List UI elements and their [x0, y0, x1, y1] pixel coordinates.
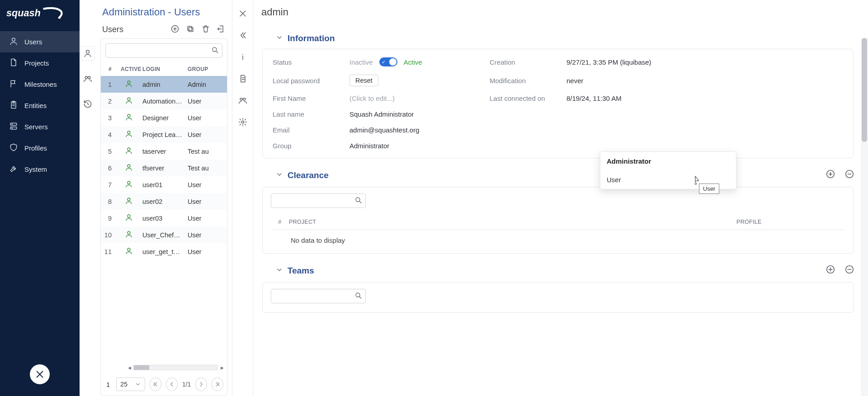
close-admin-button[interactable]	[30, 364, 50, 384]
svg-rect-12	[189, 28, 193, 32]
localpw-label: Local password	[273, 77, 345, 85]
export-users-icon[interactable]	[217, 24, 226, 35]
file-icon	[9, 58, 18, 68]
nav-servers[interactable]: Servers	[0, 116, 80, 137]
close-detail-icon[interactable]	[236, 7, 249, 20]
scroll-right-icon[interactable]: ▸	[219, 364, 225, 371]
pager-first[interactable]	[150, 377, 161, 391]
table-row[interactable]: 4Project LeaderUser	[101, 126, 227, 143]
group-option-admin[interactable]: Administrator	[600, 152, 736, 170]
lastconn-label: Last connected on	[490, 94, 562, 102]
row-login: tfserver	[140, 160, 185, 176]
detail-title: admin	[261, 0, 854, 25]
nav-label: Users	[24, 38, 42, 46]
svg-point-1	[12, 38, 15, 41]
firstname-field[interactable]: (Click to edit...)	[349, 94, 485, 102]
row-login: User_Chefde...	[140, 226, 185, 243]
table-row[interactable]: 10User_Chefde...User	[101, 226, 227, 243]
detail-v-scrollbar[interactable]	[861, 38, 868, 396]
reset-password-button[interactable]: Reset	[349, 75, 378, 86]
add-team-icon[interactable]	[826, 264, 835, 277]
col-group[interactable]: GROUP	[185, 62, 227, 76]
tab-docs-icon[interactable]	[236, 72, 249, 85]
row-num: 6	[101, 160, 118, 176]
group-label: Group	[273, 142, 345, 150]
lastname-field[interactable]: Squash Administrator	[349, 110, 485, 118]
table-h-scrollbar[interactable]: ◂ ▸	[101, 364, 227, 371]
clearance-col-profile[interactable]: PROFILE	[736, 219, 845, 225]
col-active[interactable]: ACTIVE	[118, 62, 140, 76]
pager-last[interactable]	[212, 377, 223, 391]
users-list-panel: Administration - Users Users # ACTIVE LO…	[96, 0, 232, 396]
app-logo: squash	[0, 0, 80, 25]
collapse-detail-icon[interactable]	[236, 29, 249, 42]
nav-system[interactable]: System	[0, 159, 80, 180]
nav-label: Servers	[24, 123, 48, 131]
svg-point-9	[85, 76, 87, 79]
group-field[interactable]: Administrator	[349, 142, 485, 150]
collapse-clearance-icon[interactable]	[276, 170, 283, 180]
page-size-select[interactable]: 25	[116, 377, 145, 391]
table-row[interactable]: 5taserverTest au	[101, 143, 227, 160]
remove-team-icon[interactable]	[844, 264, 854, 277]
table-row[interactable]: 11user_get_tok...User	[101, 243, 227, 260]
nav-milestones[interactable]: Milestones	[0, 74, 80, 95]
rail-teams-tab[interactable]	[80, 71, 95, 86]
copy-users-icon[interactable]	[186, 24, 195, 35]
pager-next[interactable]	[195, 377, 207, 391]
tab-teams-icon[interactable]	[236, 94, 249, 107]
add-user-icon[interactable]	[170, 24, 179, 35]
row-login: Designer	[140, 109, 185, 126]
active-status-icon	[125, 199, 133, 206]
pager-label: 1/1	[182, 381, 191, 388]
remove-clearance-icon[interactable]	[844, 169, 854, 181]
table-row[interactable]: 8user02User	[101, 193, 227, 210]
clearance-col-num[interactable]: #	[271, 219, 289, 225]
status-label: Status	[273, 58, 345, 66]
active-status-icon	[125, 216, 133, 223]
nav-profiles[interactable]: Profiles	[0, 137, 80, 159]
collapse-info-icon[interactable]	[276, 33, 283, 43]
active-status-icon	[125, 182, 133, 189]
collapse-teams-icon[interactable]	[276, 266, 283, 276]
rail-users-tab[interactable]	[80, 46, 95, 61]
nav-entities[interactable]: Entities	[0, 95, 80, 116]
teams-search-input[interactable]	[271, 289, 366, 303]
tab-info-icon[interactable]	[236, 51, 249, 63]
user-search-input[interactable]	[105, 43, 222, 58]
server-icon	[9, 122, 18, 132]
delete-user-icon[interactable]	[201, 24, 210, 35]
table-row[interactable]: 1adminAdmin	[101, 76, 227, 93]
scroll-left-icon[interactable]: ◂	[126, 364, 132, 371]
svg-point-25	[127, 248, 130, 251]
row-group: Admin	[185, 76, 227, 93]
pager-prev[interactable]	[166, 377, 178, 391]
table-row[interactable]: 6tfserverTest au	[101, 160, 227, 176]
svg-point-32	[356, 198, 360, 202]
clearance-col-project[interactable]: PROJECT	[289, 219, 736, 225]
table-row[interactable]: 9user03User	[101, 210, 227, 226]
clearance-search-input[interactable]	[271, 193, 366, 208]
detail-rail	[232, 0, 253, 396]
rail-history-tab[interactable]	[80, 97, 95, 111]
table-row[interactable]: 2Automation ...User	[101, 93, 227, 109]
tab-settings-icon[interactable]	[236, 116, 249, 128]
nav-users[interactable]: Users	[0, 31, 80, 52]
table-row[interactable]: 7user01User	[101, 176, 227, 193]
row-group: User	[185, 109, 227, 126]
email-field[interactable]: admin@squashtest.org	[349, 126, 485, 134]
active-status-icon	[125, 232, 133, 240]
cursor-icon	[693, 175, 701, 187]
sort-asc-icon	[318, 219, 323, 225]
col-num[interactable]: #	[101, 62, 118, 76]
add-clearance-icon[interactable]	[826, 169, 835, 181]
row-login: user01	[140, 176, 185, 193]
svg-point-23	[127, 215, 130, 217]
status-toggle[interactable]: ✓	[379, 57, 397, 66]
search-icon	[354, 196, 363, 206]
collapse-nav-icon[interactable]	[67, 193, 73, 200]
nav-projects[interactable]: Projects	[0, 52, 80, 74]
flag-icon	[9, 79, 18, 90]
table-row[interactable]: 3DesignerUser	[101, 109, 227, 126]
col-login[interactable]: LOGIN	[140, 62, 185, 76]
